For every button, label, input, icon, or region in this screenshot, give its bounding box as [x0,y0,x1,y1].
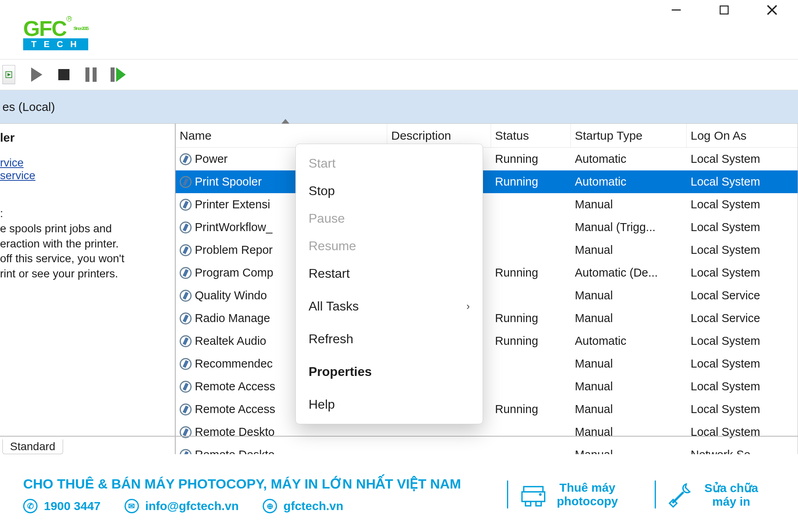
ctx-stop[interactable]: Stop [296,177,483,205]
window-minimize-button[interactable] [662,2,690,18]
logo-text-bottom: TECH [23,38,88,50]
service-row[interactable]: PrintWorkflow_Manual (Trigg...Local Syst… [176,216,798,239]
detail-desc-line2: eraction with the printer. [0,236,171,251]
window-maximize-button[interactable] [710,2,738,18]
cell-name-text: Radio Manage [195,312,270,325]
footer-headline: CHO THUÊ & BÁN MÁY PHOTOCOPY, MÁY IN LỚN… [23,476,494,492]
cell-status: Running [491,312,571,325]
detail-start-link[interactable]: rvice [0,156,171,169]
service-gear-icon [180,267,192,279]
cell-name-text: Remote Access [195,403,275,416]
toolbar-stop-button[interactable] [56,65,72,84]
toolbar-properties-icon[interactable] [2,65,15,84]
service-row[interactable]: Program CompRunningAutomatic (De...Local… [176,261,798,284]
svg-rect-7 [522,492,545,501]
service-row[interactable]: Remote AccessManualLocal System [176,375,798,398]
detail-desc-line4: rint or see your printers. [0,266,171,281]
cell-name-text: Program Comp [195,266,273,279]
cell-status: Running [491,266,571,279]
cell-logon: Local Service [687,312,782,325]
view-tabs: Standard [0,436,798,454]
page-footer: CHO THUÊ & BÁN MÁY PHOTOCOPY, MÁY IN LỚN… [0,454,798,532]
cell-startup: Manual [571,403,687,416]
detail-desc-line1: e spools print jobs and [0,221,171,236]
ctx-separator [296,322,483,323]
service-row[interactable]: RecommendecManualLocal System [176,352,798,375]
footer-rent-line1: Thuê máy [557,481,618,494]
ctx-help[interactable]: Help [296,391,483,418]
ctx-refresh[interactable]: Refresh [296,325,483,353]
cell-startup: Manual [571,289,687,302]
ctx-properties[interactable]: Properties [296,358,483,386]
service-gear-icon [180,358,192,370]
cell-name-text: Quality Windo [195,289,267,302]
toolbar-restart-button[interactable] [110,65,126,84]
ctx-separator [296,290,483,290]
cell-name-text: Remote Access [195,380,275,393]
ctx-pause: Pause [296,205,483,232]
cell-name-text: PrintWorkflow_ [195,221,272,234]
tab-standard[interactable]: Standard [2,439,63,454]
detail-desc-line3: off this service, you won't [0,251,171,266]
repair-icon [667,481,695,508]
email-icon: ✉ [125,499,139,513]
svg-point-10 [539,493,542,496]
toolbar-start-button[interactable] [29,65,45,84]
copier-icon [519,481,547,508]
cell-startup: Manual [571,380,687,393]
svg-rect-9 [536,502,541,506]
registered-mark-icon: R [66,16,72,22]
detail-service-name: ler [0,131,171,144]
svg-rect-1 [720,6,728,14]
cell-startup: Automatic [571,152,687,166]
sort-ascending-icon [281,119,289,124]
cell-startup: Manual (Trigg... [571,221,687,234]
service-row[interactable]: Radio ManageRunningManualLocal Service [176,307,798,330]
cell-logon: Local System [687,175,782,188]
ctx-start: Start [296,150,483,177]
service-gear-icon [180,244,192,256]
cell-logon: Local System [687,221,782,234]
service-row[interactable]: Remote AccessRunningManualLocal System [176,398,798,421]
window-titlebar [0,0,798,20]
service-row[interactable]: Quality WindoManualLocal Service [176,284,798,307]
service-row[interactable]: Print SpoolerRunningAutomaticLocal Syste… [176,170,798,193]
service-row[interactable]: Printer ExtensiManualLocal System [176,193,798,216]
cell-logon: Local System [687,357,782,370]
column-header-status[interactable]: Status [491,124,571,147]
service-gear-icon [180,335,192,347]
toolbar-pause-button[interactable] [83,65,99,84]
window-close-button[interactable] [758,2,786,18]
cell-name-text: Problem Repor [195,243,273,257]
cell-startup: Automatic [571,334,687,348]
ctx-separator [296,388,483,388]
svg-marker-5 [8,73,11,76]
cell-name-text: Realtek Audio [195,334,266,348]
cell-startup: Manual [571,243,687,257]
svg-rect-8 [525,502,531,506]
service-row[interactable]: Realtek AudioRunningAutomaticLocal Syste… [176,330,798,352]
footer-email: info@gfctech.vn [145,499,239,513]
column-header-startup-type[interactable]: Startup Type [571,124,687,147]
cell-startup: Manual [571,312,687,325]
services-local-label: es (Local) [2,100,55,114]
services-column-header: Name Description Status Startup Type Log… [176,124,798,148]
cell-status: Running [491,152,571,166]
ctx-all-tasks[interactable]: All Tasks› [296,293,483,320]
service-row[interactable]: Problem ReporManualLocal System [176,239,798,261]
ctx-separator [296,355,483,356]
cell-logon: Local Service [687,289,782,302]
cell-name-text: Print Spooler [195,175,262,188]
footer-repair-line1: Sửa chữa [705,481,758,495]
service-gear-icon [180,290,192,302]
cell-status: Running [491,334,571,348]
cell-name-text: Printer Extensi [195,198,270,211]
phone-icon: ✆ [23,499,38,513]
ctx-resume: Resume [296,232,483,260]
service-row[interactable]: PowerManages po...RunningAutomaticLocal … [176,148,798,170]
cell-startup: Manual [571,357,687,370]
ctx-restart[interactable]: Restart [296,260,483,287]
column-header-log-on-as[interactable]: Log On As [687,124,782,147]
svg-rect-6 [524,487,543,492]
detail-restart-link[interactable]: service [0,169,171,182]
